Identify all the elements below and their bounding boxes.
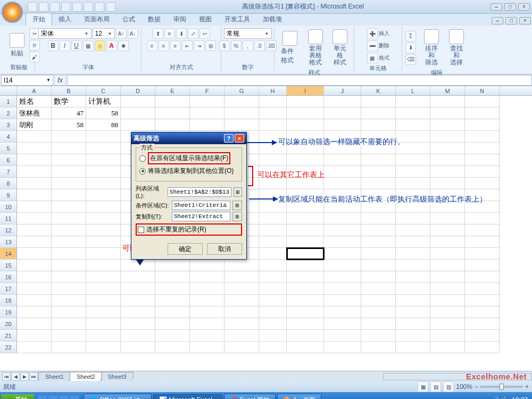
view-layout-icon[interactable]: ▤	[430, 381, 441, 392]
doc-close-button[interactable]: ×	[519, 17, 531, 24]
cell[interactable]	[324, 306, 361, 318]
indent-inc-icon[interactable]: ⇥	[194, 40, 204, 51]
view-break-icon[interactable]: ▥	[443, 381, 454, 392]
cell[interactable]: 58	[52, 119, 86, 131]
cell[interactable]	[155, 96, 190, 107]
col-header[interactable]: I	[287, 86, 324, 95]
percent-icon[interactable]: %	[231, 40, 242, 51]
cell[interactable]	[396, 178, 430, 189]
cell[interactable]	[465, 131, 500, 143]
align-left-icon[interactable]: ≡	[147, 40, 157, 51]
cell[interactable]	[17, 201, 52, 213]
cell-styles-button[interactable]: 单元格 样式	[329, 28, 351, 68]
cell[interactable]	[17, 225, 52, 236]
underline-button[interactable]: U	[71, 40, 82, 51]
cell[interactable]	[86, 213, 121, 225]
border-button[interactable]: ▦	[83, 40, 94, 51]
cell[interactable]	[361, 213, 396, 225]
tab-formulas[interactable]: 公式	[116, 13, 142, 26]
cell[interactable]	[52, 306, 86, 318]
qat-btn[interactable]	[72, 2, 82, 12]
cell[interactable]: 数学	[52, 96, 86, 107]
row-header[interactable]: 5	[0, 143, 17, 154]
cell[interactable]	[155, 119, 190, 131]
cell[interactable]	[361, 154, 396, 166]
row-header[interactable]: 7	[0, 166, 17, 178]
cell[interactable]	[324, 330, 361, 342]
align-bottom-icon[interactable]: ⬇	[176, 28, 187, 39]
cell[interactable]	[86, 271, 121, 283]
cell[interactable]	[190, 318, 225, 330]
cell[interactable]	[430, 96, 465, 107]
cell[interactable]	[465, 306, 500, 318]
cell[interactable]	[430, 119, 465, 131]
font-name-combo[interactable]: 宋体▼	[38, 28, 92, 39]
cell[interactable]	[324, 295, 361, 306]
cell[interactable]	[52, 260, 86, 271]
cell[interactable]	[361, 318, 396, 330]
cell[interactable]	[259, 236, 287, 248]
cell[interactable]	[361, 295, 396, 306]
tab-insert[interactable]: 插入	[52, 13, 78, 26]
cell[interactable]	[287, 213, 324, 225]
cell[interactable]	[86, 248, 121, 260]
doc-restore-button[interactable]: □	[505, 17, 517, 24]
cell[interactable]	[17, 154, 52, 166]
cell[interactable]	[396, 330, 430, 342]
ok-button[interactable]: 确定	[168, 243, 203, 255]
format-cells-icon[interactable]: ▦	[367, 53, 378, 63]
cell[interactable]	[361, 107, 396, 119]
cell[interactable]	[324, 166, 361, 178]
cell[interactable]	[361, 225, 396, 236]
cell[interactable]	[287, 295, 324, 306]
cell[interactable]	[287, 342, 324, 353]
cell[interactable]	[225, 318, 259, 330]
cell[interactable]	[52, 295, 86, 306]
row-header[interactable]: 10	[0, 201, 17, 213]
cell[interactable]	[430, 166, 465, 178]
row-header[interactable]: 22	[0, 342, 17, 353]
row-header[interactable]: 18	[0, 295, 17, 306]
cell[interactable]	[17, 189, 52, 201]
taskbar-item[interactable]: 📊Microsoft Excel...	[153, 394, 222, 399]
cell[interactable]	[430, 178, 465, 189]
tab-addins[interactable]: 加载项	[256, 13, 288, 26]
wrap-text-icon[interactable]: ↩	[200, 28, 210, 39]
cell[interactable]: 姓名	[17, 96, 52, 107]
cell[interactable]	[465, 119, 500, 131]
sheet-nav-last-icon[interactable]: ⏭	[29, 372, 38, 381]
cell[interactable]	[361, 119, 396, 131]
cell[interactable]	[430, 283, 465, 295]
row-header[interactable]: 15	[0, 260, 17, 271]
quick-launch-icon[interactable]	[48, 395, 58, 399]
sheet-nav-prev-icon[interactable]: ◀	[11, 372, 20, 381]
row-header[interactable]: 8	[0, 178, 17, 189]
cell[interactable]	[361, 96, 396, 107]
italic-button[interactable]: I	[60, 40, 70, 51]
cell[interactable]	[190, 342, 225, 353]
cell[interactable]	[121, 342, 155, 353]
col-header[interactable]: G	[225, 86, 259, 95]
font-size-combo[interactable]: 12▼	[93, 28, 115, 39]
row-header[interactable]: 16	[0, 271, 17, 283]
cell[interactable]	[86, 189, 121, 201]
cell[interactable]	[52, 189, 86, 201]
cell[interactable]	[52, 178, 86, 189]
cell[interactable]	[361, 330, 396, 342]
cell[interactable]	[324, 342, 361, 353]
font-color-button[interactable]: A	[106, 40, 117, 51]
cell[interactable]	[465, 225, 500, 236]
undo-icon[interactable]	[39, 2, 48, 12]
cell[interactable]	[430, 330, 465, 342]
unique-checkbox[interactable]	[138, 227, 144, 233]
cell[interactable]	[155, 271, 190, 283]
cell[interactable]	[287, 283, 324, 295]
row-header[interactable]: 17	[0, 283, 17, 295]
range-picker-icon[interactable]: ⊞	[232, 201, 242, 210]
col-header[interactable]: E	[155, 86, 190, 95]
redo-icon[interactable]	[50, 2, 60, 12]
list-range-input[interactable]: Sheet1!$A$2:$D$13	[168, 187, 231, 197]
cell[interactable]	[324, 225, 361, 236]
col-header[interactable]: C	[86, 86, 121, 95]
cell[interactable]	[430, 131, 465, 143]
